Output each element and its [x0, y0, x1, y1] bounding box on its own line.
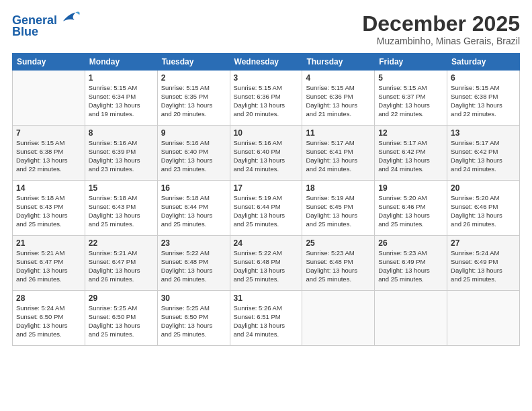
- day-number: 1: [89, 73, 154, 83]
- day-number: 16: [161, 183, 226, 193]
- day-info: Sunrise: 5:18 AM Sunset: 6:44 PM Dayligh…: [161, 194, 226, 228]
- day-number: 12: [378, 128, 443, 138]
- day-info: Sunrise: 5:21 AM Sunset: 6:47 PM Dayligh…: [16, 249, 81, 283]
- weekday-header-row: SundayMondayTuesdayWednesdayThursdayFrid…: [13, 54, 520, 71]
- calendar-cell: [447, 291, 520, 346]
- calendar-cell: 1Sunrise: 5:15 AM Sunset: 6:34 PM Daylig…: [85, 71, 157, 126]
- day-number: 23: [161, 238, 226, 248]
- day-info: Sunrise: 5:20 AM Sunset: 6:46 PM Dayligh…: [378, 194, 443, 228]
- header: General Blue December 2025 Muzambinho, M…: [12, 12, 520, 46]
- calendar-cell: 22Sunrise: 5:21 AM Sunset: 6:47 PM Dayli…: [85, 236, 157, 291]
- day-number: 7: [16, 128, 81, 138]
- day-number: 25: [306, 238, 371, 248]
- day-info: Sunrise: 5:17 AM Sunset: 6:42 PM Dayligh…: [378, 139, 443, 173]
- day-info: Sunrise: 5:15 AM Sunset: 6:34 PM Dayligh…: [89, 84, 154, 118]
- week-row-5: 28Sunrise: 5:24 AM Sunset: 6:50 PM Dayli…: [13, 291, 520, 346]
- day-number: 22: [89, 238, 154, 248]
- week-row-4: 21Sunrise: 5:21 AM Sunset: 6:47 PM Dayli…: [13, 236, 520, 291]
- day-number: 26: [378, 238, 443, 248]
- calendar-cell: 17Sunrise: 5:19 AM Sunset: 6:44 PM Dayli…: [230, 181, 302, 236]
- day-number: 5: [378, 73, 443, 83]
- calendar-cell: 4Sunrise: 5:15 AM Sunset: 6:36 PM Daylig…: [302, 71, 375, 126]
- month-title: December 2025: [362, 12, 520, 36]
- calendar-cell: 9Sunrise: 5:16 AM Sunset: 6:40 PM Daylig…: [157, 126, 230, 181]
- day-info: Sunrise: 5:18 AM Sunset: 6:43 PM Dayligh…: [16, 194, 81, 228]
- week-row-2: 7Sunrise: 5:15 AM Sunset: 6:38 PM Daylig…: [13, 126, 520, 181]
- calendar-cell: 21Sunrise: 5:21 AM Sunset: 6:47 PM Dayli…: [13, 236, 85, 291]
- day-info: Sunrise: 5:17 AM Sunset: 6:42 PM Dayligh…: [451, 139, 516, 173]
- calendar-cell: 6Sunrise: 5:15 AM Sunset: 6:38 PM Daylig…: [447, 71, 520, 126]
- day-info: Sunrise: 5:15 AM Sunset: 6:35 PM Dayligh…: [161, 84, 226, 118]
- day-number: 17: [234, 183, 299, 193]
- calendar-cell: 8Sunrise: 5:16 AM Sunset: 6:39 PM Daylig…: [85, 126, 157, 181]
- day-number: 30: [161, 293, 226, 303]
- day-info: Sunrise: 5:25 AM Sunset: 6:50 PM Dayligh…: [161, 304, 226, 338]
- day-number: 24: [234, 238, 299, 248]
- day-info: Sunrise: 5:26 AM Sunset: 6:51 PM Dayligh…: [234, 304, 299, 338]
- day-number: 3: [234, 73, 299, 83]
- day-info: Sunrise: 5:25 AM Sunset: 6:50 PM Dayligh…: [89, 304, 154, 338]
- calendar-cell: 12Sunrise: 5:17 AM Sunset: 6:42 PM Dayli…: [375, 126, 447, 181]
- calendar-cell: [13, 71, 85, 126]
- calendar-cell: 24Sunrise: 5:22 AM Sunset: 6:48 PM Dayli…: [230, 236, 302, 291]
- calendar-table: SundayMondayTuesdayWednesdayThursdayFrid…: [12, 53, 520, 346]
- weekday-header-monday: Monday: [85, 54, 157, 71]
- calendar-cell: 5Sunrise: 5:15 AM Sunset: 6:37 PM Daylig…: [375, 71, 447, 126]
- day-info: Sunrise: 5:23 AM Sunset: 6:48 PM Dayligh…: [306, 249, 371, 283]
- day-number: 4: [306, 73, 371, 83]
- day-number: 13: [451, 128, 516, 138]
- day-info: Sunrise: 5:15 AM Sunset: 6:36 PM Dayligh…: [306, 84, 371, 118]
- day-number: 27: [451, 238, 516, 248]
- calendar-cell: 15Sunrise: 5:18 AM Sunset: 6:43 PM Dayli…: [85, 181, 157, 236]
- calendar-cell: 30Sunrise: 5:25 AM Sunset: 6:50 PM Dayli…: [157, 291, 230, 346]
- day-info: Sunrise: 5:20 AM Sunset: 6:46 PM Dayligh…: [451, 194, 516, 228]
- calendar-cell: 18Sunrise: 5:19 AM Sunset: 6:45 PM Dayli…: [302, 181, 375, 236]
- calendar-cell: 16Sunrise: 5:18 AM Sunset: 6:44 PM Dayli…: [157, 181, 230, 236]
- day-info: Sunrise: 5:16 AM Sunset: 6:39 PM Dayligh…: [89, 139, 154, 173]
- day-number: 19: [378, 183, 443, 193]
- calendar-cell: 14Sunrise: 5:18 AM Sunset: 6:43 PM Dayli…: [13, 181, 85, 236]
- day-info: Sunrise: 5:22 AM Sunset: 6:48 PM Dayligh…: [161, 249, 226, 283]
- calendar-cell: 31Sunrise: 5:26 AM Sunset: 6:51 PM Dayli…: [230, 291, 302, 346]
- calendar-cell: 28Sunrise: 5:24 AM Sunset: 6:50 PM Dayli…: [13, 291, 85, 346]
- calendar-cell: 19Sunrise: 5:20 AM Sunset: 6:46 PM Dayli…: [375, 181, 447, 236]
- day-info: Sunrise: 5:15 AM Sunset: 6:37 PM Dayligh…: [378, 84, 443, 118]
- calendar-cell: 26Sunrise: 5:23 AM Sunset: 6:49 PM Dayli…: [375, 236, 447, 291]
- day-info: Sunrise: 5:18 AM Sunset: 6:43 PM Dayligh…: [89, 194, 154, 228]
- calendar-cell: 23Sunrise: 5:22 AM Sunset: 6:48 PM Dayli…: [157, 236, 230, 291]
- weekday-header-sunday: Sunday: [13, 54, 85, 71]
- day-info: Sunrise: 5:23 AM Sunset: 6:49 PM Dayligh…: [378, 249, 443, 283]
- calendar-cell: 27Sunrise: 5:24 AM Sunset: 6:49 PM Dayli…: [447, 236, 520, 291]
- calendar-cell: 13Sunrise: 5:17 AM Sunset: 6:42 PM Dayli…: [447, 126, 520, 181]
- calendar-cell: 29Sunrise: 5:25 AM Sunset: 6:50 PM Dayli…: [85, 291, 157, 346]
- calendar-cell: 3Sunrise: 5:15 AM Sunset: 6:36 PM Daylig…: [230, 71, 302, 126]
- weekday-header-tuesday: Tuesday: [157, 54, 230, 71]
- day-info: Sunrise: 5:21 AM Sunset: 6:47 PM Dayligh…: [89, 249, 154, 283]
- day-number: 8: [89, 128, 154, 138]
- day-number: 9: [161, 128, 226, 138]
- day-number: 20: [451, 183, 516, 193]
- day-number: 28: [16, 293, 81, 303]
- week-row-1: 1Sunrise: 5:15 AM Sunset: 6:34 PM Daylig…: [13, 71, 520, 126]
- calendar-cell: 11Sunrise: 5:17 AM Sunset: 6:41 PM Dayli…: [302, 126, 375, 181]
- week-row-3: 14Sunrise: 5:18 AM Sunset: 6:43 PM Dayli…: [13, 181, 520, 236]
- day-number: 18: [306, 183, 371, 193]
- day-number: 2: [161, 73, 226, 83]
- calendar-cell: 2Sunrise: 5:15 AM Sunset: 6:35 PM Daylig…: [157, 71, 230, 126]
- calendar-cell: [375, 291, 447, 346]
- calendar-cell: 25Sunrise: 5:23 AM Sunset: 6:48 PM Dayli…: [302, 236, 375, 291]
- day-info: Sunrise: 5:15 AM Sunset: 6:38 PM Dayligh…: [451, 84, 516, 118]
- calendar-cell: 7Sunrise: 5:15 AM Sunset: 6:38 PM Daylig…: [13, 126, 85, 181]
- weekday-header-friday: Friday: [375, 54, 447, 71]
- logo-bird-icon: [62, 9, 81, 24]
- logo: General Blue: [12, 12, 81, 39]
- day-number: 11: [306, 128, 371, 138]
- calendar-cell: [302, 291, 375, 346]
- calendar-cell: 10Sunrise: 5:16 AM Sunset: 6:40 PM Dayli…: [230, 126, 302, 181]
- day-info: Sunrise: 5:19 AM Sunset: 6:44 PM Dayligh…: [234, 194, 299, 228]
- day-number: 10: [234, 128, 299, 138]
- day-info: Sunrise: 5:16 AM Sunset: 6:40 PM Dayligh…: [234, 139, 299, 173]
- weekday-header-wednesday: Wednesday: [230, 54, 302, 71]
- day-info: Sunrise: 5:15 AM Sunset: 6:38 PM Dayligh…: [16, 139, 81, 173]
- day-info: Sunrise: 5:19 AM Sunset: 6:45 PM Dayligh…: [306, 194, 371, 228]
